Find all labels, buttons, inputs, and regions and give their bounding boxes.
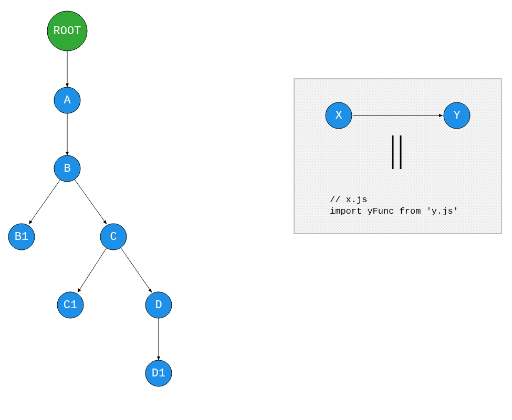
legend-node-y-label: Y (453, 109, 460, 122)
node-a: A (54, 87, 80, 113)
node-c1-label: C1 (64, 299, 77, 312)
edge-c-c1 (78, 248, 107, 292)
tree: ROOT A B B1 C C1 D (8, 11, 172, 386)
legend-node-y: Y (444, 102, 470, 129)
node-b: B (54, 155, 80, 182)
node-root-label: ROOT (54, 25, 81, 38)
legend-node-x: X (326, 102, 352, 129)
node-d1-label: D1 (152, 367, 165, 380)
node-a-label: A (64, 94, 71, 107)
edge-b-b1 (29, 180, 60, 224)
node-b1: B1 (8, 224, 35, 250)
node-c-label: C (110, 230, 117, 244)
node-b1-label: B1 (15, 230, 28, 244)
node-root: ROOT (47, 11, 87, 51)
tree-edges (29, 51, 159, 360)
node-d1: D1 (145, 360, 172, 386)
legend-node-x-label: X (335, 109, 342, 122)
node-d: D (145, 292, 172, 318)
legend-panel: X Y // x.jsimport yFunc from 'y.js' (294, 79, 501, 234)
dependency-diagram: ROOT A B B1 C C1 D (0, 0, 512, 420)
node-c1: C1 (57, 292, 83, 318)
node-d-label: D (155, 299, 162, 312)
edge-b-c (75, 180, 107, 224)
node-c: C (100, 224, 127, 250)
edge-c-d (121, 248, 152, 292)
node-b-label: B (64, 162, 70, 175)
